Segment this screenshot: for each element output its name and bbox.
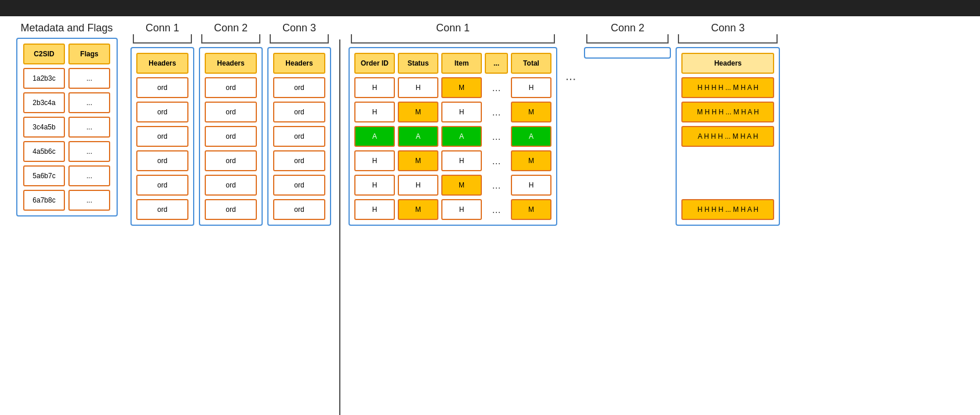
metadata-flags-title: Metadata and Flags — [20, 22, 112, 34]
conn3-right-row: A H H H ... M H A H — [681, 126, 774, 147]
cell: M — [398, 102, 438, 122]
total-header: Total — [511, 53, 551, 74]
conn1-brace: Conn 1 — [130, 22, 194, 45]
cell: H — [354, 150, 395, 171]
c2sid-header: C2SID — [23, 44, 65, 64]
table-row: 1a2b3c ... — [22, 68, 112, 89]
conn1-row: ord — [136, 102, 188, 122]
flags-cell: ... — [68, 92, 110, 113]
conn2-row: ord — [205, 102, 257, 122]
cell: H — [354, 77, 395, 98]
cell-dots: ... — [485, 77, 508, 98]
conn3-row: ord — [273, 175, 325, 196]
table-row: 5a6b7c ... — [22, 165, 112, 186]
conn3-row: ord — [273, 102, 325, 122]
conn2-row: ord — [205, 77, 257, 98]
cell: H — [441, 199, 482, 220]
table-row: 6a7b8c ... — [22, 190, 112, 211]
cell: A — [441, 126, 482, 147]
cell: M — [511, 102, 551, 122]
conn3-row: ord — [273, 126, 325, 147]
conn3-right-header: Headers — [681, 53, 774, 74]
cell: M — [398, 199, 438, 220]
table-row: H M H ... M — [354, 150, 551, 171]
c2sid-cell: 2b3c4a — [23, 92, 65, 113]
conn3-row: ord — [273, 150, 325, 171]
right-conn3-box: Headers H H H H ... M H A H M H H H ... … — [676, 47, 780, 226]
conn1-label: Conn 1 — [146, 22, 179, 34]
c2sid-cell: 3c4a5b — [23, 117, 65, 138]
right-conn1-section: Conn 1 Order ID Status Item ... Total — [349, 22, 557, 226]
order-id-header: Order ID — [354, 53, 395, 74]
right-conn2-box — [584, 47, 671, 59]
flags-cell: ... — [68, 165, 110, 186]
conn1-row: ord — [136, 77, 188, 98]
c2sid-cell: 4a5b6c — [23, 141, 65, 162]
conn1-row: ord — [136, 175, 188, 196]
table-row: H H M ... H — [354, 175, 551, 196]
metadata-flags-section: Metadata and Flags C2SID Flags 1a2b3c ..… — [9, 22, 125, 216]
right-conn3-section: Conn 3 Headers H H H H ... M H A H M H H… — [676, 22, 780, 226]
status-header: Status — [398, 53, 438, 74]
c2sid-cell: 6a7b8c — [23, 190, 65, 211]
cell: H — [398, 175, 438, 196]
conn2-box: Headers ord ord ord ord ord ord — [199, 47, 263, 226]
header-row: C2SID Flags — [22, 44, 112, 64]
cell: H — [441, 150, 482, 171]
conn3-box: Headers ord ord ord ord ord ord — [267, 47, 331, 226]
conn2-brace: Conn 2 — [199, 22, 263, 45]
section-ellipsis: ... — [565, 22, 576, 84]
top-bar — [0, 0, 980, 16]
flags-cell: ... — [68, 190, 110, 211]
cell: M — [441, 77, 482, 98]
flags-cell: ... — [68, 117, 110, 138]
middle-panel: Conn 1 Headers ord ord ord ord ord ord C… — [130, 22, 331, 226]
cell: A — [354, 126, 395, 147]
table-row: 2b3c4a ... — [22, 92, 112, 113]
right-conn3-label: Conn 3 — [711, 22, 745, 34]
cell: M — [441, 175, 482, 196]
cell: M — [398, 150, 438, 171]
conn3-brace: Conn 3 — [267, 22, 331, 45]
table-row: H H M ... H — [354, 77, 551, 98]
conn3-header: Headers — [273, 53, 325, 74]
conn1-box: Headers ord ord ord ord ord ord — [130, 47, 194, 226]
conn2-label: Conn 2 — [214, 22, 248, 34]
flags-cell: ... — [68, 68, 110, 89]
cell: H — [354, 175, 395, 196]
right-panel: Conn 1 Order ID Status Item ... Total — [349, 22, 780, 226]
conn1-header: Headers — [136, 53, 188, 74]
cell-dots: ... — [485, 126, 508, 147]
conn1-row: ord — [136, 150, 188, 171]
conn3-label: Conn 3 — [282, 22, 316, 34]
table-row: 3c4a5b ... — [22, 117, 112, 138]
panel-divider — [339, 39, 340, 415]
conn2-row: ord — [205, 199, 257, 220]
conn2-row: ord — [205, 150, 257, 171]
ellipsis-header: ... — [485, 53, 508, 74]
cell: H — [354, 102, 395, 122]
table-row: 4a5b6c ... — [22, 141, 112, 162]
conn3-row: ord — [273, 77, 325, 98]
metadata-flags-box: C2SID Flags 1a2b3c ... 2b3c4a ... 3c4a5b… — [16, 38, 118, 216]
cell-dots: ... — [485, 150, 508, 171]
cell: H — [511, 77, 551, 98]
right-conn1-box: Order ID Status Item ... Total H H M ...… — [349, 47, 557, 226]
cell: M — [511, 199, 551, 220]
conn1-row: ord — [136, 126, 188, 147]
conn2-row: ord — [205, 175, 257, 196]
table-row: H M H ... M — [354, 199, 551, 220]
conn3-right-row: H H H H ... M H A H — [681, 199, 774, 220]
cell-dots: ... — [485, 175, 508, 196]
cell-dots: ... — [485, 102, 508, 122]
right-header-row: Order ID Status Item ... Total — [354, 53, 551, 74]
right-conn1-label: Conn 1 — [436, 22, 470, 34]
conn1-row: ord — [136, 199, 188, 220]
conn3-right-row: H H H H ... M H A H — [681, 77, 774, 98]
cell: H — [511, 175, 551, 196]
cell: M — [511, 150, 551, 171]
flags-cell: ... — [68, 141, 110, 162]
cell: A — [398, 126, 438, 147]
conn3-middle: Conn 3 Headers ord ord ord ord ord ord — [267, 22, 331, 226]
table-row: H M H ... M — [354, 102, 551, 122]
